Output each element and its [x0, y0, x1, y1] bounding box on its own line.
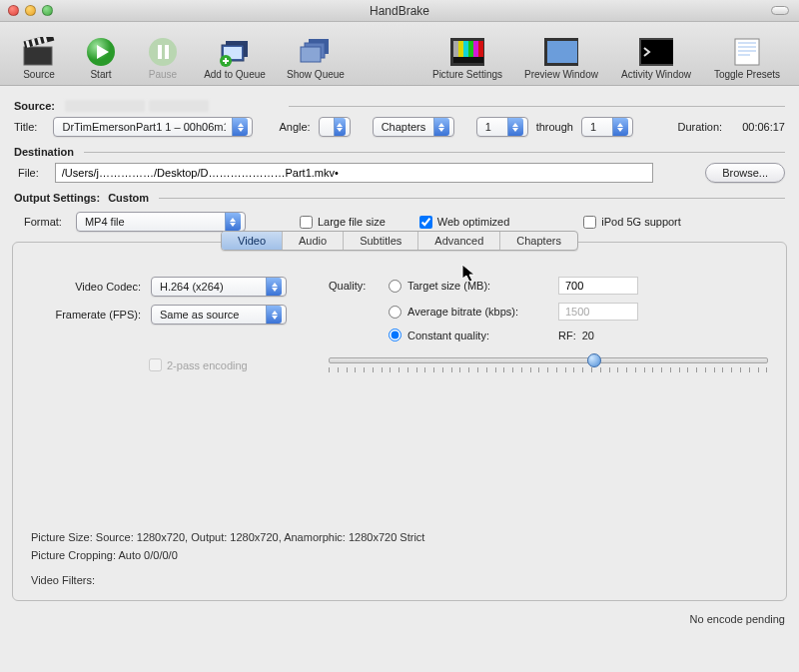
chk-label: 2-pass encoding	[167, 359, 248, 371]
window-title: HandBrake	[0, 4, 799, 18]
svg-rect-21	[463, 41, 468, 57]
video-codec-row: Video Codec: H.264 (x264)	[31, 277, 299, 297]
chk-label: Web optimized	[437, 216, 510, 228]
radio-constant-quality[interactable]: Constant quality:	[389, 329, 558, 341]
radio-target-size[interactable]: Target size (MB):	[389, 280, 558, 293]
toolbar-label: Start	[90, 69, 111, 80]
chapter-from-select[interactable]: 1	[476, 117, 528, 137]
title-select-value: DrTimEmersonPart1 1 – 00h06m17s	[62, 121, 226, 133]
toolbar-pause[interactable]: Pause	[132, 26, 194, 82]
tab-video[interactable]: Video	[222, 232, 283, 250]
toolbar-toggle-presets[interactable]: Toggle Presets	[703, 26, 791, 82]
radio-label: Average bitrate (kbps):	[407, 306, 518, 318]
section-source: Source:	[14, 94, 785, 114]
chapter-from-value: 1	[485, 121, 501, 133]
svg-point-7	[149, 38, 177, 66]
source-name-redacted	[65, 100, 145, 112]
range-mode-value: Chapters	[382, 121, 427, 133]
web-optimized-checkbox[interactable]: Web optimized	[419, 216, 510, 229]
toolbar-activity-window[interactable]: Activity Window	[609, 26, 703, 82]
quality-slider[interactable]	[329, 357, 768, 379]
avg-bitrate-input[interactable]	[558, 303, 638, 321]
rf-label: RF:	[558, 330, 576, 341]
tab-advanced[interactable]: Advanced	[418, 232, 500, 250]
updown-icon	[433, 118, 449, 136]
angle-select[interactable]	[319, 117, 351, 137]
quality-target-row: Quality: Target size (MB):	[329, 277, 768, 295]
svg-rect-23	[473, 41, 478, 57]
chapter-to-select[interactable]: 1	[581, 117, 633, 137]
video-codec-label: Video Codec:	[31, 281, 141, 293]
toolbar-add-to-queue[interactable]: Add to Queue	[194, 26, 276, 82]
play-icon	[84, 35, 118, 69]
radio-label: Constant quality:	[407, 330, 489, 341]
tab-subtitles[interactable]: Subtitles	[344, 232, 418, 250]
picture-cropping-info: Picture Cropping: Auto 0/0/0/0	[31, 547, 768, 565]
two-pass-checkbox[interactable]: 2-pass encoding	[149, 358, 248, 371]
quality-bitrate-row: Average bitrate (kbps):	[329, 303, 768, 321]
tab-chapters[interactable]: Chapters	[500, 232, 577, 250]
svg-rect-19	[453, 41, 458, 57]
range-mode-select[interactable]: Chapters	[373, 117, 454, 137]
svg-rect-0	[24, 47, 52, 65]
format-select[interactable]: MP4 file	[76, 212, 246, 232]
tab-audio[interactable]: Audio	[283, 232, 344, 250]
video-codec-select[interactable]: H.264 (x264)	[151, 277, 287, 297]
duration-label: Duration:	[678, 121, 723, 133]
title-label: Title:	[14, 121, 37, 133]
toolbar-label: Toggle Presets	[714, 69, 780, 80]
svg-rect-8	[158, 45, 162, 59]
svg-rect-25	[453, 57, 483, 63]
framerate-label: Framerate (FPS):	[31, 309, 141, 321]
ipod-support-checkbox[interactable]: iPod 5G support	[583, 216, 681, 229]
video-filters-info: Video Filters:	[31, 572, 768, 590]
pause-icon	[146, 35, 180, 69]
two-pass-row: 2-pass encoding	[149, 358, 299, 371]
tab-bar: Video Audio Subtitles Advanced Chapters	[221, 231, 578, 251]
large-file-checkbox[interactable]: Large file size	[300, 216, 386, 229]
svg-rect-9	[165, 45, 169, 59]
status-bar: No encode pending	[0, 607, 799, 629]
color-bars-icon	[450, 35, 484, 69]
toolbar-show-queue[interactable]: Show Queue	[276, 26, 356, 82]
toolbar-toggle-lozenge[interactable]	[771, 6, 789, 15]
framerate-select[interactable]: Same as source	[151, 305, 287, 325]
toolbar-label: Picture Settings	[432, 69, 502, 80]
output-preset: Custom	[108, 192, 149, 204]
target-size-input[interactable]	[558, 277, 638, 295]
title-select[interactable]: DrTimEmersonPart1 1 – 00h06m17s	[53, 117, 253, 137]
quality-cq-row: Constant quality: RF: 20	[329, 329, 768, 341]
chk-label: iPod 5G support	[601, 216, 681, 228]
svg-rect-22	[468, 41, 473, 57]
show-queue-icon	[299, 35, 333, 69]
toolbar-label: Source	[23, 69, 55, 80]
file-input[interactable]	[55, 163, 653, 183]
updown-icon	[507, 118, 523, 136]
toolbar-start[interactable]: Start	[70, 26, 132, 82]
file-label: File:	[18, 167, 39, 179]
tab-bar-container: Video Audio Subtitles Advanced Chapters	[13, 231, 786, 251]
section-output: Output Settings: Custom	[14, 186, 785, 206]
settings-panel: Video Audio Subtitles Advanced Chapters …	[12, 242, 787, 601]
svg-rect-33	[738, 50, 756, 52]
toolbar-preview-window[interactable]: Preview Window	[513, 26, 609, 82]
terminal-icon	[639, 35, 673, 69]
toolbar-label: Activity Window	[621, 69, 691, 80]
toolbar-label: Pause	[149, 69, 177, 80]
slider-thumb[interactable]	[587, 353, 601, 367]
drawer-icon	[730, 35, 764, 69]
updown-icon	[334, 118, 346, 136]
framerate-value: Same as source	[160, 309, 260, 321]
updown-icon	[612, 118, 628, 136]
radio-avg-bitrate[interactable]: Average bitrate (kbps):	[389, 306, 558, 319]
panel-footer: Picture Size: Source: 1280x720, Output: …	[31, 529, 768, 590]
toolbar-picture-settings[interactable]: Picture Settings	[421, 26, 513, 82]
preview-window-icon	[544, 35, 578, 69]
format-row: Format: MP4 file Large file size Web opt…	[14, 206, 785, 234]
updown-icon	[266, 306, 282, 324]
browse-button[interactable]: Browse...	[705, 163, 785, 183]
toolbar: Source Start Pause Add to Queue Show Que…	[0, 22, 799, 86]
toolbar-source[interactable]: Source	[8, 26, 70, 82]
add-to-queue-icon	[218, 35, 252, 69]
file-row: File: Browse...	[14, 160, 785, 186]
